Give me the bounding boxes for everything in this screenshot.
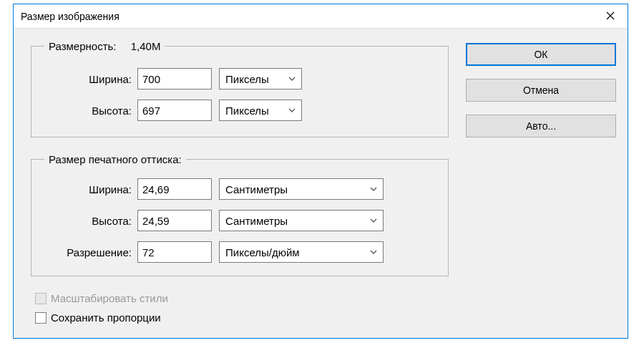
pixel-height-unit-select[interactable]: Пикселы xyxy=(219,100,302,121)
resolution-unit-select[interactable]: Пикселы/дюйм xyxy=(219,241,384,263)
chevron-down-icon xyxy=(370,250,377,254)
pixel-width-input[interactable] xyxy=(137,68,212,90)
chevron-down-icon xyxy=(288,77,296,81)
pixel-height-row: Высота: Пикселы xyxy=(44,100,435,121)
print-size-legend: Размер печатного оттиска: xyxy=(44,153,186,165)
print-width-label: Ширина: xyxy=(44,183,137,195)
ok-button[interactable]: ОК xyxy=(466,43,616,66)
titlebar: Размер изображения xyxy=(14,4,628,29)
pixel-dimensions-group: Размерность: 1,40M Ширина: Пикселы Высот… xyxy=(31,40,449,137)
print-height-input[interactable] xyxy=(137,210,212,231)
chevron-down-icon xyxy=(288,108,296,112)
print-width-unit-select[interactable]: Сантиметры xyxy=(219,178,384,200)
print-height-row: Высота: Сантиметры xyxy=(44,210,435,231)
constrain-proportions-checkbox[interactable] xyxy=(35,312,47,324)
pixel-width-row: Ширина: Пикселы xyxy=(44,68,435,90)
image-size-dialog: Размер изображения Размерность: 1,40M Ши… xyxy=(13,4,628,339)
cancel-button[interactable]: Отмена xyxy=(466,79,616,102)
pixel-dimensions-legend: Размерность: 1,40M xyxy=(44,40,165,52)
dialog-body: Размерность: 1,40M Ширина: Пикселы Высот… xyxy=(14,29,628,338)
resolution-input[interactable] xyxy=(137,241,212,263)
chevron-down-icon xyxy=(370,187,377,191)
print-height-unit-select[interactable]: Сантиметры xyxy=(219,210,384,231)
pixel-dimensions-legend-label: Размерность: xyxy=(49,40,117,52)
resolution-unit-value: Пикселы/дюйм xyxy=(225,246,300,258)
scale-styles-row: Масштабировать стили xyxy=(35,292,449,304)
close-button[interactable] xyxy=(596,6,625,26)
pixel-dimensions-size: 1,40M xyxy=(131,40,161,52)
scale-styles-label: Масштабировать стили xyxy=(51,292,168,304)
auto-button[interactable]: Авто... xyxy=(466,115,616,137)
close-icon xyxy=(606,10,615,23)
pixel-width-unit-select[interactable]: Пикселы xyxy=(219,68,302,90)
scale-styles-checkbox xyxy=(35,293,47,304)
pixel-height-unit-value: Пикселы xyxy=(225,105,269,117)
print-width-input[interactable] xyxy=(137,178,212,200)
chevron-down-icon xyxy=(370,218,377,223)
print-width-row: Ширина: Сантиметры xyxy=(44,178,435,200)
pixel-height-input[interactable] xyxy=(137,100,212,121)
print-size-group: Размер печатного оттиска: Ширина: Сантим… xyxy=(31,153,449,276)
dialog-title: Размер изображения xyxy=(21,11,119,22)
resolution-label: Разрешение: xyxy=(44,246,137,258)
main-column: Размерность: 1,40M Ширина: Пикселы Высот… xyxy=(31,40,449,331)
print-height-label: Высота: xyxy=(44,215,137,227)
button-column: ОК Отмена Авто... xyxy=(466,40,616,331)
print-width-unit-value: Сантиметры xyxy=(225,183,288,195)
constrain-proportions-row: Сохранить пропорции xyxy=(35,311,449,324)
pixel-width-label: Ширина: xyxy=(44,73,137,85)
pixel-height-label: Высота: xyxy=(44,105,137,117)
constrain-proportions-label: Сохранить пропорции xyxy=(51,311,161,324)
print-height-unit-value: Сантиметры xyxy=(225,215,288,227)
resolution-row: Разрешение: Пикселы/дюйм xyxy=(44,241,435,263)
pixel-width-unit-value: Пикселы xyxy=(225,73,269,85)
